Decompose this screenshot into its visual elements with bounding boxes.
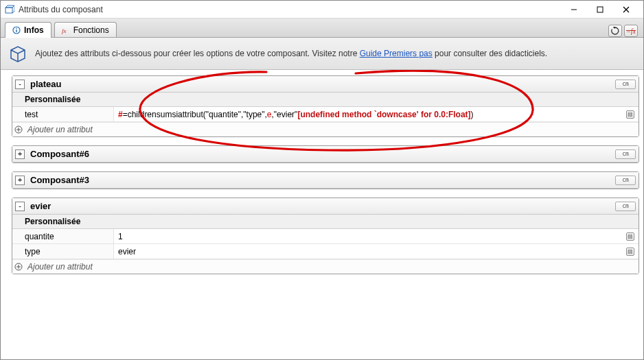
formula-suffix: ) [471,110,474,119]
component-name-composant6: Composant#6 [30,149,89,159]
panel-evier: - evier cm Personnalisée quantite 1 ▤ ty… [12,197,639,274]
formula-hash: # [118,110,123,119]
attr-row-test: test #=childrensumsiattribut("quantite",… [12,107,639,122]
component-name-composant3: Composant#3 [30,175,89,185]
svg-text:fx: fx [62,27,67,34]
formula-e: e [267,110,272,119]
formula-mid: ,"evier" [272,110,298,119]
add-attr-evier[interactable]: Ajouter un attribut [12,259,639,274]
attr-row-quantite: quantite 1 ▤ [12,229,639,244]
fx-icon: fx [62,26,70,34]
toggle-composant6[interactable]: + [15,149,25,159]
add-attr-label: Ajouter un attribut [27,125,93,134]
titlebar: Attributs du composant [1,1,643,19]
component-name-evier: evier [30,201,51,211]
svg-rect-0 [5,8,12,13]
tab-infos-label: Infos [24,25,44,35]
toggle-plateau[interactable]: - [15,80,25,89]
close-button[interactable] [613,2,639,17]
fx-toggle-button[interactable]: =fx [624,25,638,37]
panel-header-composant3: + Composant#3 cm [12,172,639,189]
infobar-text-after: pour consulter des didacticiels. [433,49,547,58]
app-icon [5,5,14,14]
formula-error: [undefined method `downcase' for 0.0:Flo… [297,110,470,119]
attr-key-quantite[interactable]: quantite [12,229,114,243]
window-title: Attributs du composant [19,5,561,14]
formula-prefix: =childrensumsiattribut("quantite","type"… [123,110,267,119]
add-attr-plateau[interactable]: Ajouter un attribut [12,122,639,136]
panel-header-evier: - evier cm [12,198,639,215]
section-custom-evier: Personnalisée [12,215,639,229]
refresh-button[interactable] [608,25,622,37]
minimize-button[interactable] [561,2,587,17]
attr-menu-test[interactable]: ▤ [622,107,639,121]
attr-key-test[interactable]: test [12,107,114,121]
unit-badge[interactable]: cm [615,149,636,159]
guide-link[interactable]: Guide Premiers pas [360,49,433,58]
app-window: Attributs du composant Infos fx Fonction… [0,0,644,360]
unit-badge[interactable]: cm [615,176,636,185]
plus-icon [14,125,23,134]
component-name-plateau: plateau [30,79,62,89]
add-attr-label: Ajouter un attribut [27,262,93,272]
unit-badge[interactable]: cm [615,202,636,211]
plus-icon [14,262,23,272]
toggle-composant3[interactable]: + [15,176,25,185]
attr-key-type[interactable]: type [12,244,114,259]
attr-row-type: type evier ▤ [12,244,639,259]
attr-val-type[interactable]: evier [114,244,622,259]
toolbar-right: =fx [608,25,639,37]
svg-rect-2 [597,7,603,12]
panel-header-composant6: + Composant#6 cm [12,146,639,163]
section-custom-plateau: Personnalisée [12,93,639,107]
window-buttons [561,2,639,17]
attr-val-quantite[interactable]: 1 [114,229,622,243]
tab-infos[interactable]: Infos [5,22,51,38]
panel-header-plateau: - plateau cm [12,76,639,93]
svg-rect-6 [16,29,16,32]
svg-rect-7 [16,28,16,29]
info-icon [12,26,21,34]
panel-composant3: + Composant#3 cm [12,171,639,189]
tab-fonctions-label: Fonctions [73,25,109,35]
panel-content-plateau: Personnalisée test #=childrensumsiattrib… [12,93,639,136]
maximize-button[interactable] [587,2,613,17]
tab-fonctions[interactable]: fx Fonctions [54,22,117,37]
panel-content-evier: Personnalisée quantite 1 ▤ type evier ▤ … [12,215,639,274]
menu-icon: ▤ [626,110,634,119]
unit-badge[interactable]: cm [615,80,636,89]
infobar-text: Ajoutez des attributs ci-dessous pour cr… [35,49,547,58]
tabstrip: Infos fx Fonctions =fx [1,19,643,38]
body: - plateau cm Personnalisée test #=childr… [1,70,643,359]
panel-plateau: - plateau cm Personnalisée test #=childr… [12,75,639,137]
attr-menu-quantite[interactable]: ▤ [622,229,639,243]
panel-composant6: + Composant#6 cm [12,145,639,163]
toggle-evier[interactable]: - [15,202,25,211]
attr-menu-type[interactable]: ▤ [622,244,639,259]
component-cube-icon [8,43,28,64]
infobar-text-before: Ajoutez des attributs ci-dessous pour cr… [35,49,360,58]
menu-icon: ▤ [626,232,634,241]
infobar: Ajoutez des attributs ci-dessous pour cr… [1,38,643,70]
menu-icon: ▤ [626,248,634,256]
attr-val-test[interactable]: #=childrensumsiattribut("quantite","type… [114,107,622,121]
scroll-area[interactable]: - plateau cm Personnalisée test #=childr… [1,70,643,359]
